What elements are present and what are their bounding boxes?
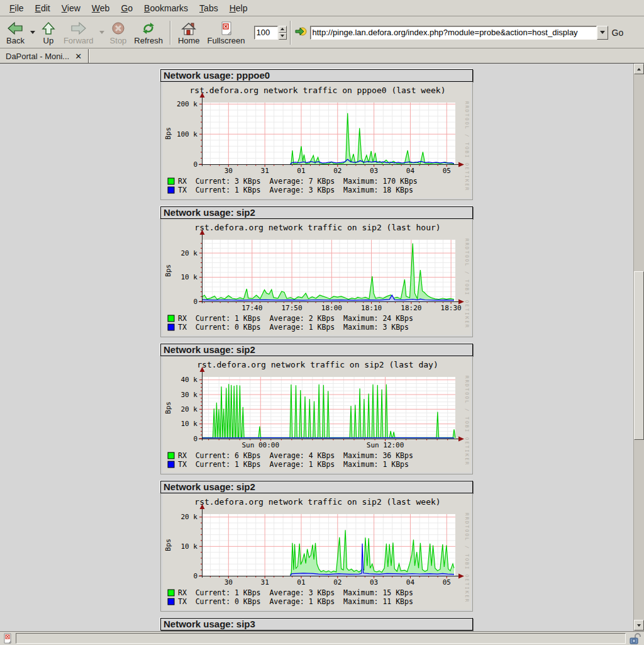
panel-header: Network usage: sip3	[160, 618, 473, 631]
svg-text:10 k: 10 k	[180, 273, 197, 281]
svg-text:RX Current: 3 KBps Average:: RX Current: 3 KBps Average: 7 KBps Maxim…	[178, 177, 418, 186]
menu-tabs[interactable]: Tabs	[194, 1, 224, 15]
toolbar-separator	[170, 21, 171, 45]
svg-text:Bps: Bps	[164, 401, 172, 414]
svg-text:100 k: 100 k	[176, 130, 197, 138]
svg-text:rst.defora.org network traffic: rst.defora.org network traffic on sip2 (…	[194, 223, 440, 232]
refresh-button[interactable]: Refresh	[130, 19, 167, 47]
stop-button[interactable]: Stop	[106, 19, 131, 47]
broken-image-icon	[219, 21, 234, 36]
svg-text:01: 01	[297, 167, 305, 175]
back-icon	[7, 21, 23, 36]
zoom-input[interactable]	[254, 26, 278, 40]
network-usage-panel: Network usage: sip2rst.defora.org networ…	[160, 481, 473, 612]
scroll-up-button[interactable]	[634, 64, 644, 74]
back-history-dropdown[interactable]	[28, 20, 37, 45]
svg-text:RX Current: 1 KBps Average:: RX Current: 1 KBps Average: 3 KBps Maxim…	[178, 588, 413, 597]
network-usage-panel: Network usage: sip3	[160, 618, 473, 631]
url-dropdown-button[interactable]	[597, 26, 608, 40]
svg-text:18:30: 18:30	[440, 304, 461, 312]
svg-text:30 k: 30 k	[180, 391, 197, 399]
svg-text:rst.defora.org network traffic: rst.defora.org network traffic on sip2 (…	[197, 360, 438, 369]
chevron-up-icon	[280, 28, 284, 30]
scrollbar-thumb[interactable]	[634, 271, 644, 440]
toolbar-separator	[290, 21, 291, 45]
svg-text:03: 03	[370, 167, 378, 175]
svg-text:04: 04	[406, 167, 414, 175]
back-label: Back	[6, 36, 25, 45]
svg-text:RRDTOOL / TOBI OETIKER: RRDTOOL / TOBI OETIKER	[464, 513, 470, 603]
chevron-down-icon	[30, 31, 35, 34]
svg-text:RRDTOOL / TOBI OETIKER: RRDTOOL / TOBI OETIKER	[464, 238, 470, 328]
svg-text:20 k: 20 k	[180, 405, 197, 413]
home-button[interactable]: Home	[174, 19, 204, 47]
menu-view[interactable]: View	[56, 1, 86, 15]
url-combo: Go	[310, 26, 641, 40]
forward-history-dropdown[interactable]	[97, 20, 106, 45]
tab-close-icon[interactable]: ✕	[75, 52, 82, 61]
svg-text:0: 0	[193, 435, 197, 443]
svg-text:18:20: 18:20	[401, 304, 421, 312]
chevron-down-icon	[600, 31, 605, 34]
url-input[interactable]	[310, 26, 597, 40]
svg-text:TX Current: 0 KBps Average:: TX Current: 0 KBps Average: 1 KBps Maxim…	[178, 597, 413, 606]
forward-label: Forward	[64, 36, 94, 45]
forward-button[interactable]: Forward	[60, 19, 97, 47]
svg-text:03: 03	[370, 578, 378, 586]
svg-text:RRDTOOL / TOBI OETIKER: RRDTOOL / TOBI OETIKER	[464, 376, 470, 466]
chevron-down-icon	[280, 35, 284, 37]
up-label: Up	[43, 36, 54, 45]
tab-title: DaPortal - Moni...	[6, 52, 69, 61]
panel-body: rst.defora.org network traffic on sip2 (…	[160, 493, 473, 612]
menu-web[interactable]: Web	[86, 1, 116, 15]
svg-text:Bps: Bps	[164, 539, 172, 551]
tab-daportal[interactable]: DaPortal - Moni... ✕	[0, 49, 89, 63]
svg-text:rst.defora.org network traffic: rst.defora.org network traffic on pppoe0…	[189, 86, 445, 95]
svg-text:0: 0	[193, 298, 197, 306]
home-label: Home	[178, 36, 200, 45]
fullscreen-label: Fullscreen	[208, 36, 245, 45]
location-icon	[295, 26, 308, 39]
rrd-graph: rst.defora.org network traffic on pppoe0…	[163, 82, 471, 198]
panel-header: Network usage: sip2	[160, 481, 473, 493]
fullscreen-button[interactable]: Fullscreen	[204, 19, 249, 47]
svg-text:200 k: 200 k	[176, 100, 197, 108]
svg-text:10 k: 10 k	[180, 542, 197, 551]
menu-bookmarks[interactable]: Bookmarks	[138, 1, 194, 15]
svg-text:02: 02	[333, 167, 341, 175]
network-usage-panel: Network usage: sip2rst.defora.org networ…	[160, 206, 473, 337]
vertical-scrollbar[interactable]	[633, 64, 644, 631]
scroll-down-button[interactable]	[634, 620, 644, 631]
rrd-graph: rst.defora.org network traffic on sip2 (…	[163, 220, 471, 335]
menu-help[interactable]: Help	[224, 1, 253, 15]
svg-text:0: 0	[193, 160, 197, 169]
svg-text:20 k: 20 k	[180, 249, 197, 257]
rrd-graph: rst.defora.org network traffic on sip2 (…	[163, 357, 471, 473]
zoom-increase-button[interactable]	[279, 26, 287, 33]
rrd-graph: rst.defora.org network traffic on sip2 (…	[163, 494, 471, 610]
panel-header: Network usage: sip2	[160, 344, 473, 356]
broken-image-icon	[2, 633, 13, 644]
svg-text:TX Current: 1 KBps Average:: TX Current: 1 KBps Average: 3 KBps Maxim…	[178, 186, 413, 194]
forward-icon	[70, 21, 87, 36]
network-usage-panel: Network usage: pppoe0rst.defora.org netw…	[160, 69, 473, 200]
network-usage-panel: Network usage: sip2rst.defora.org networ…	[160, 344, 473, 474]
stop-label: Stop	[110, 36, 127, 45]
chevron-up-icon	[637, 68, 641, 70]
panel-header: Network usage: sip2	[160, 206, 473, 219]
back-button[interactable]: Back	[3, 19, 28, 47]
up-icon	[41, 21, 56, 36]
status-bar	[0, 631, 644, 645]
svg-text:RX Current: 6 KBps Average:: RX Current: 6 KBps Average: 4 KBps Maxim…	[178, 451, 413, 460]
go-button[interactable]: Go	[608, 28, 628, 38]
svg-text:18:00: 18:00	[321, 304, 341, 312]
menu-go[interactable]: Go	[115, 1, 138, 15]
chevron-down-icon	[99, 31, 104, 34]
zoom-decrease-button[interactable]	[279, 33, 287, 40]
stop-icon	[111, 21, 126, 36]
menu-file[interactable]: File	[4, 1, 30, 15]
up-button[interactable]: Up	[37, 19, 60, 47]
menu-edit[interactable]: Edit	[30, 1, 56, 15]
svg-text:40 k: 40 k	[180, 376, 197, 384]
svg-text:Bps: Bps	[164, 264, 172, 277]
